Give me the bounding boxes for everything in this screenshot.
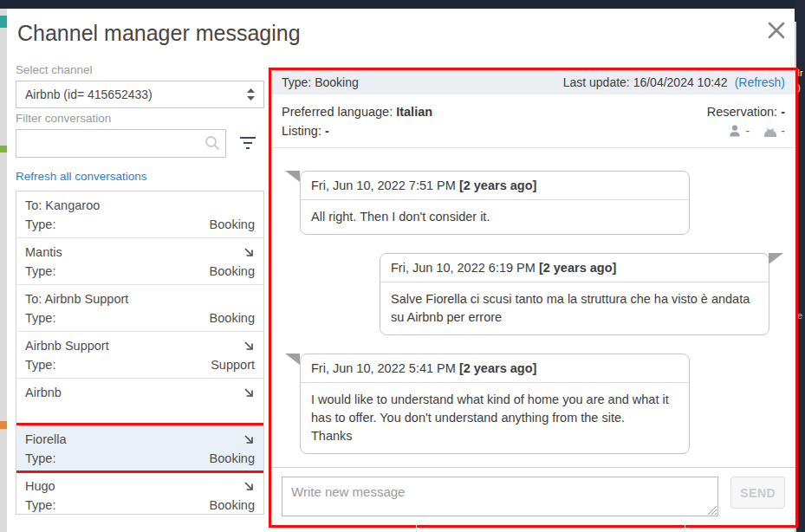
- conversation-list-item[interactable]: To: Airbnb Support Type: Booking: [16, 285, 263, 332]
- conversation-type-row: [25, 403, 255, 420]
- filter-conversation-input[interactable]: [16, 129, 226, 158]
- message-timestamp: Fri, Jun 10, 2022 7:51 PM [2 years ago]: [301, 172, 689, 200]
- conversation-list-item[interactable]: To: Kangaroo Type: Booking: [16, 191, 263, 238]
- diagonal-arrow-icon: [243, 480, 255, 492]
- reservation-label: Reservation:: [707, 105, 777, 119]
- listing-label: Listing:: [282, 124, 321, 138]
- message-age-text: [2 years ago]: [539, 261, 616, 275]
- conversation-list-item[interactable]: Airbnb Support Type: Support: [16, 332, 263, 379]
- conversation-type: Type: Booking: [282, 75, 359, 89]
- conversation-type-label: Type:: [25, 496, 55, 514]
- conversation-type-row: Type: Booking: [25, 263, 255, 280]
- conversation-type-label: Type:: [25, 356, 55, 373]
- guests-icon: [728, 124, 742, 138]
- preferred-language-label: Preferred language:: [282, 105, 393, 119]
- message-timestamp: Fri, Jun 10, 2022 6:19 PM [2 years ago]: [380, 254, 769, 282]
- background-fragment: [0, 421, 7, 429]
- conversation-name: To: Kangaroo: [25, 197, 100, 214]
- diagonal-arrow-icon: [243, 340, 255, 352]
- channel-select-value: Airbnb (id= 415652433): [25, 88, 247, 101]
- conversation-panel-header: Type: Booking Last update: 16/04/2024 10…: [271, 70, 795, 94]
- new-message-input[interactable]: [282, 477, 718, 516]
- search-icon: [204, 135, 220, 151]
- conversation-list-item[interactable]: Fiorella Type: Booking: [16, 425, 263, 472]
- last-update-text: Last update: 16/04/2024 10:42: [563, 75, 728, 89]
- message-pointer: [285, 171, 300, 182]
- message-text: All right. Then I don't consider it.: [301, 200, 689, 234]
- conversation-name: Fiorella: [25, 431, 67, 448]
- message-age-text: [2 years ago]: [459, 178, 536, 192]
- conversation-panel: Type: Booking Last update: 16/04/2024 10…: [269, 68, 798, 528]
- conversation-type-value: Booking: [210, 216, 255, 233]
- send-button[interactable]: SEND: [730, 477, 785, 509]
- filter-icon[interactable]: [239, 135, 256, 151]
- channel-select[interactable]: Airbnb (id= 415652433): [16, 81, 264, 108]
- message-timestamp: Fri, Jun 10, 2022 5:41 PM [2 years ago]: [301, 354, 689, 383]
- conversation-list-item[interactable]: Mantis Type: Booking: [16, 238, 263, 285]
- close-button[interactable]: [765, 19, 788, 42]
- pets-icon: [762, 124, 777, 138]
- conversation-list-item[interactable]: Hugo Type: Booking: [16, 472, 263, 515]
- conversation-type-label: Type:: [25, 309, 55, 327]
- conversation-type-value: Booking: [210, 496, 255, 514]
- preferred-language-value: Italian: [396, 105, 432, 119]
- pets-value: -: [781, 121, 785, 140]
- diagonal-arrow-icon: [243, 433, 255, 445]
- message-bubble: Fri, Jun 10, 2022 6:19 PM [2 years ago] …: [380, 253, 769, 335]
- message-pointer: [285, 354, 300, 365]
- conversation-name: Airbnb Support: [25, 337, 109, 354]
- conversation-type-value: Support: [211, 356, 255, 373]
- channel-manager-messaging-modal: Channel manager messaging Select channel…: [7, 9, 795, 532]
- background-fragment: [0, 146, 7, 152]
- select-updown-icon: [247, 88, 255, 101]
- message: Fri, Jun 10, 2022 5:41 PM [2 years ago] …: [285, 354, 783, 454]
- close-icon: [765, 19, 788, 42]
- background-left-edge: [0, 9, 7, 532]
- background-fragment: [0, 16, 7, 28]
- message-bubble: Fri, Jun 10, 2022 7:51 PM [2 years ago] …: [300, 171, 690, 235]
- conversation-type-row: Type: Booking: [25, 450, 255, 467]
- conversation-type-row: Type: Booking: [25, 496, 255, 514]
- conversation-name: Airbnb: [25, 384, 62, 401]
- background-divider: [685, 525, 685, 532]
- resize-handle-icon[interactable]: [708, 506, 717, 515]
- message-text: Salve Fiorella ci scusi tanto ma la stru…: [380, 282, 769, 334]
- conversation-type-label: Type:: [25, 216, 55, 233]
- screen: Ir ) e Channel manager messaging Select …: [0, 0, 805, 532]
- background-top-bar: [0, 0, 805, 9]
- background-divider: [416, 525, 417, 532]
- filter-conversation-label: Filter conversation: [16, 112, 111, 125]
- reservation-value: -: [781, 105, 785, 119]
- conversation-type-value: Booking: [210, 450, 255, 467]
- conversation-type-label: Type:: [25, 450, 55, 467]
- conversation-list-item[interactable]: Airbnb: [16, 379, 263, 425]
- message: Fri, Jun 10, 2022 6:19 PM [2 years ago] …: [285, 253, 783, 335]
- message-time-text: Fri, Jun 10, 2022 6:19 PM: [391, 261, 539, 275]
- page-title: Channel manager messaging: [17, 21, 301, 46]
- message-time-text: Fri, Jun 10, 2022 5:41 PM: [311, 361, 459, 375]
- conversation-name: Hugo: [25, 477, 55, 495]
- diagonal-arrow-icon: [243, 246, 255, 258]
- select-channel-label: Select channel: [16, 63, 93, 76]
- message-bubble: Fri, Jun 10, 2022 5:41 PM [2 years ago] …: [300, 354, 690, 454]
- refresh-conversation-link[interactable]: (Refresh): [735, 75, 785, 89]
- conversation-list: To: Kangaroo Type: Booking Mantis Type: …: [16, 191, 264, 515]
- conversation-type-row: Type: Booking: [25, 216, 255, 233]
- conversation-name: Mantis: [25, 243, 62, 261]
- diagonal-arrow-icon: [243, 386, 255, 399]
- message-history[interactable]: Fri, Jun 10, 2022 7:51 PM [2 years ago] …: [271, 148, 795, 467]
- conversation-type-value: Booking: [210, 263, 255, 280]
- refresh-all-conversations-link[interactable]: Refresh all conversations: [16, 170, 147, 183]
- conversation-info: Preferred language: Italian Listing: - R…: [271, 94, 795, 148]
- message-pointer: [769, 253, 783, 264]
- message-age-text: [2 years ago]: [459, 361, 536, 375]
- listing-value: -: [325, 124, 329, 138]
- conversation-type-row: Type: Booking: [25, 309, 255, 327]
- background-text-fragment: Ir: [797, 68, 803, 78]
- message-composer: SEND: [271, 467, 795, 525]
- message-time-text: Fri, Jun 10, 2022 7:51 PM: [311, 178, 459, 192]
- conversation-name: To: Airbnb Support: [25, 290, 128, 308]
- message: Fri, Jun 10, 2022 7:51 PM [2 years ago] …: [285, 171, 783, 235]
- conversation-type-value: Booking: [210, 309, 255, 327]
- conversation-type-label: Type:: [25, 263, 55, 280]
